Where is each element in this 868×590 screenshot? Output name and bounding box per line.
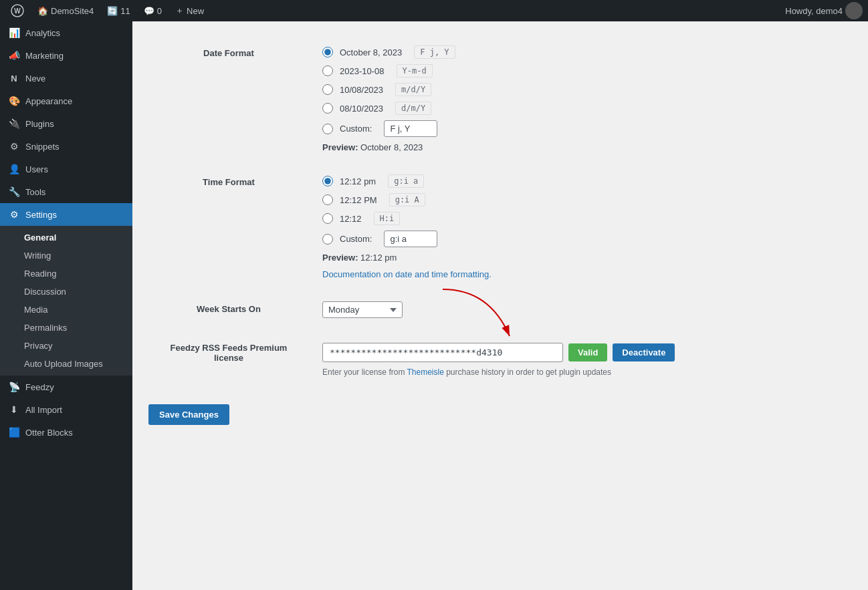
sidebar-label-appearance: Appearance: [25, 96, 72, 106]
time-label-2[interactable]: 12:12 PM: [340, 195, 377, 205]
license-td: Valid Deactivate Enter your license from…: [309, 329, 852, 391]
site-name: DemoSite4: [51, 6, 94, 16]
time-radio-2[interactable]: [322, 194, 333, 205]
date-radio-custom[interactable]: [322, 124, 333, 134]
submenu-permalinks[interactable]: Permalinks: [0, 319, 132, 337]
sidebar-label-analytics: Analytics: [25, 28, 60, 38]
sidebar: 📊 Analytics 📣 Marketing N Neve 🎨 Appeara…: [0, 21, 132, 590]
comments-icon: 💬: [144, 6, 154, 16]
date-option-1: October 8, 2023 F j, Y: [322, 45, 839, 59]
comments-item[interactable]: 💬 0: [138, 0, 167, 21]
settings-form-table: Date Format October 8, 2023 F j, Y 2023-…: [148, 35, 852, 391]
sidebar-item-neve[interactable]: N Neve: [0, 67, 132, 90]
sidebar-label-tools: Tools: [25, 187, 45, 197]
submenu-privacy[interactable]: Privacy: [0, 337, 132, 355]
time-radio-custom[interactable]: [322, 234, 333, 245]
sidebar-label-neve: Neve: [25, 73, 45, 84]
sidebar-label-feedzy: Feedzy: [25, 382, 54, 392]
sidebar-label-all-import: All Import: [25, 405, 62, 415]
sidebar-item-plugins[interactable]: 🔌 Plugins: [0, 112, 132, 135]
date-radio-1[interactable]: [322, 47, 333, 57]
sidebar-item-all-import[interactable]: ⬇ All Import: [0, 398, 132, 421]
sidebar-item-feedzy[interactable]: 📡 Feedzy: [0, 376, 132, 398]
submenu-media[interactable]: Media: [0, 301, 132, 319]
time-label-3[interactable]: 12:12: [340, 214, 362, 224]
submenu-general[interactable]: General: [0, 229, 132, 247]
time-badge-2: g:i A: [389, 193, 425, 206]
time-badge-1: g:i a: [388, 174, 424, 188]
date-format-options: October 8, 2023 F j, Y 2023-10-08 Y-m-d …: [309, 35, 852, 164]
sidebar-item-otter-blocks[interactable]: 🟦 Otter Blocks: [0, 421, 132, 444]
themeisle-link[interactable]: Themeisle: [407, 367, 444, 377]
date-label-3[interactable]: 10/08/2023: [340, 85, 383, 95]
license-help: Enter your license from Themeisle purcha…: [322, 367, 839, 377]
home-icon: 🏠: [37, 6, 48, 16]
license-field-wrap: Valid Deactivate: [322, 343, 839, 362]
week-starts-select[interactable]: Sunday Monday Tuesday Wednesday Thursday…: [322, 301, 403, 318]
submenu-discussion[interactable]: Discussion: [0, 283, 132, 301]
time-label-custom[interactable]: Custom:: [340, 234, 372, 244]
time-format-label: Time Format: [148, 164, 309, 291]
sidebar-item-snippets[interactable]: ⚙ Snippets: [0, 135, 132, 158]
snippets-icon: ⚙: [8, 140, 20, 152]
updates-icon: 🔄: [107, 6, 118, 16]
all-import-icon: ⬇: [8, 404, 20, 416]
license-row: Feedzy RSS Feeds Premium license: [148, 329, 852, 391]
sidebar-item-users[interactable]: 👤 Users: [0, 158, 132, 180]
wp-logo-item[interactable]: W: [5, 0, 29, 21]
time-custom-input[interactable]: [384, 231, 437, 247]
date-option-4: 08/10/2023 d/m/Y: [322, 102, 839, 115]
sidebar-item-settings[interactable]: ⚙ Settings: [0, 203, 132, 226]
date-label-4[interactable]: 08/10/2023: [340, 104, 383, 114]
doc-link[interactable]: Documentation on date and time formattin…: [322, 269, 492, 279]
date-format-row: Date Format October 8, 2023 F j, Y 2023-…: [148, 35, 852, 164]
doc-link-wrap: Documentation on date and time formattin…: [322, 269, 839, 279]
date-custom-input[interactable]: [384, 120, 437, 137]
date-radio-2[interactable]: [322, 65, 333, 76]
plugins-icon: 🔌: [8, 118, 20, 130]
valid-button[interactable]: Valid: [568, 343, 607, 361]
submenu-writing[interactable]: Writing: [0, 247, 132, 265]
sidebar-item-analytics[interactable]: 📊 Analytics: [0, 21, 132, 44]
time-radio-1[interactable]: [322, 176, 333, 186]
date-option-3: 10/08/2023 m/d/Y: [322, 83, 839, 96]
date-radio-4[interactable]: [322, 103, 333, 114]
date-badge-3: m/d/Y: [395, 83, 431, 96]
wp-logo-icon: W: [11, 4, 24, 17]
users-icon: 👤: [8, 163, 20, 175]
feedzy-icon: 📡: [8, 381, 20, 393]
comments-count: 0: [157, 6, 162, 16]
license-help-text: Enter your license from: [322, 367, 407, 377]
otter-blocks-icon: 🟦: [8, 426, 20, 438]
date-preview: Preview: October 8, 2023: [322, 142, 839, 152]
sidebar-label-users: Users: [25, 164, 48, 174]
license-input[interactable]: [322, 343, 563, 362]
date-label-2[interactable]: 2023-10-08: [340, 66, 385, 76]
license-help-after: purchase history in order to get plugin …: [444, 367, 611, 377]
updates-item[interactable]: 🔄 11: [102, 0, 135, 21]
save-changes-button[interactable]: Save Changes: [148, 404, 229, 425]
svg-text:W: W: [14, 7, 21, 15]
date-preview-label: Preview:: [322, 142, 358, 152]
time-label-1[interactable]: 12:12 pm: [340, 176, 376, 186]
site-name-item[interactable]: 🏠 DemoSite4: [32, 0, 99, 21]
date-badge-1: F j, Y: [414, 45, 455, 59]
avatar[interactable]: [845, 2, 863, 19]
date-label-custom[interactable]: Custom:: [340, 124, 372, 134]
sidebar-item-tools[interactable]: 🔧 Tools: [0, 180, 132, 203]
time-badge-3: H:i: [374, 212, 401, 225]
time-option-2: 12:12 PM g:i A: [322, 193, 839, 206]
submenu-auto-upload[interactable]: Auto Upload Images: [0, 355, 132, 373]
submenu-reading[interactable]: Reading: [0, 265, 132, 283]
deactivate-button[interactable]: Deactivate: [613, 343, 675, 361]
date-label-1[interactable]: October 8, 2023: [340, 47, 402, 57]
main-content: Date Format October 8, 2023 F j, Y 2023-…: [132, 21, 868, 590]
sidebar-item-appearance[interactable]: 🎨 Appearance: [0, 90, 132, 112]
week-starts-label: Week Starts On: [148, 291, 309, 329]
sidebar-item-marketing[interactable]: 📣 Marketing: [0, 44, 132, 67]
new-item[interactable]: ＋ New: [170, 0, 209, 21]
time-radio-3[interactable]: [322, 213, 333, 224]
analytics-icon: 📊: [8, 27, 20, 39]
date-radio-3[interactable]: [322, 84, 333, 95]
date-format-label: Date Format: [148, 35, 309, 164]
